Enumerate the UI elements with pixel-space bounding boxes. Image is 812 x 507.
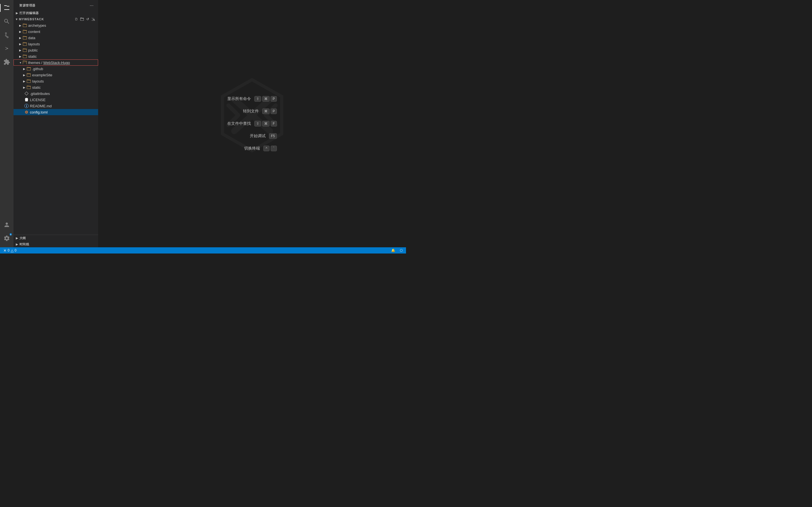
layouts-label: layouts [28,42,40,46]
shortcut-list: 显示所有命令 ⇧ ⌘ P 转到文件 ⌘ P 在文件中查找 ⇧ ⌘ [227,96,277,151]
config-label: config.toml [30,110,48,114]
key-shift: ⇧ [254,96,261,102]
activity-icon-files[interactable] [0,1,13,15]
open-editors-chevron: ▶ [16,11,18,15]
status-notification[interactable]: 🔔 [390,248,396,252]
tree-item-content[interactable]: ▶ content [13,29,98,35]
github-chevron: ▶ [22,66,27,71]
public-folder-icon [22,48,27,52]
goto-file-keys: ⌘ P [262,108,277,114]
warning-icon: △ [11,248,13,252]
sidebar-more-button[interactable]: ··· [89,3,95,9]
find-label: 在文件中查找 [227,121,251,126]
warning-count: 0 [15,248,17,252]
tree-item-readme[interactable]: README.md [13,103,98,109]
timeline-chevron: ▶ [16,243,18,246]
key-f: F [271,121,277,126]
outline-label: 大纲 [19,236,26,240]
new-file-action[interactable]: 🗋 [74,17,79,22]
static2-chevron: ▶ [22,85,27,90]
tree-item-layouts2[interactable]: ▶ layouts [13,78,98,84]
key-p2: P [271,108,277,114]
themes-folder-icon [22,60,27,65]
public-chevron: ▶ [18,48,22,52]
activity-icon-run[interactable] [0,42,13,55]
examplesite-label: exampleSite [32,73,52,77]
themes-chevron: ▾ [18,60,22,65]
sidebar-header: 资源管理器 ··· [13,0,98,10]
timeline-label: 时间线 [19,242,29,246]
activity-icon-account[interactable] [0,218,13,231]
main-content: 显示所有命令 ⇧ ⌘ P 转到文件 ⌘ P 在文件中查找 ⇧ ⌘ [98,0,406,247]
open-editors-section[interactable]: ▶ 打开的编辑器 [13,10,98,16]
shortcut-row-commands: 显示所有命令 ⇧ ⌘ P [227,96,277,102]
key-shift2: ⇧ [254,121,261,126]
sidebar-title: 资源管理器 [19,3,36,8]
data-chevron: ▶ [18,36,22,40]
outline-chevron: ▶ [16,237,18,240]
archetypes-chevron: ▶ [18,23,22,27]
layouts2-chevron: ▶ [22,79,27,83]
error-count: 0 [8,248,10,252]
activity-icon-extensions[interactable] [0,55,13,69]
public-label: public [28,48,38,52]
content-folder-icon [22,29,27,34]
new-folder-action[interactable] [80,17,85,22]
file-tree: ▾ MYWEBSTACK 🗋 ↺ ▶ [13,16,98,235]
activity-icon-source-control[interactable] [0,28,13,42]
key-cmd: ⌘ [262,96,269,102]
project-header[interactable]: ▾ MYWEBSTACK 🗋 ↺ [13,16,98,22]
timeline-section[interactable]: ▶ 时间线 [13,241,98,247]
archetypes-folder-icon [22,23,27,27]
tree-item-config[interactable]: config.toml [13,109,98,115]
open-editors-label: 打开的编辑器 [19,11,39,15]
tree-item-data[interactable]: ▶ data [13,35,98,41]
license-label: LICENSE [30,98,46,102]
data-label: data [28,36,35,40]
outline-section[interactable]: ▶ 大纲 [13,235,98,241]
refresh-action[interactable]: ↺ [85,17,90,22]
error-icon: ✕ [3,248,6,252]
github-folder-icon [27,66,31,71]
tree-item-public[interactable]: ▶ public [13,47,98,53]
archetypes-label: archetypes [28,23,46,27]
sidebar: 资源管理器 ··· ▶ 打开的编辑器 ▾ MYWEBSTACK 🗋 [13,0,98,247]
gitattributes-label: .gitattributes [30,92,50,96]
activity-icon-settings[interactable]: 1 [0,231,13,245]
collapse-action[interactable] [91,17,96,22]
status-errors[interactable]: ✕ 0 △ 0 [2,248,17,252]
find-keys: ⇧ ⌘ F [254,121,277,126]
tree-item-github[interactable]: ▶ .github [13,66,98,72]
layouts-chevron: ▶ [18,42,22,46]
content-chevron: ▶ [18,29,22,34]
layouts2-label: layouts [32,79,44,83]
status-bar-right: 🔔 ⬡ [390,248,404,252]
activity-icon-search[interactable] [0,15,13,28]
tree-item-license[interactable]: LICENSE [13,97,98,103]
tree-item-static[interactable]: ▶ static [13,53,98,59]
key-p: P [271,96,277,102]
terminal-keys: ^ ` [263,146,277,151]
tree-item-archetypes[interactable]: ▶ archetypes [13,22,98,29]
gitattributes-icon [24,91,29,96]
broadcast-icon: ⬡ [400,248,403,252]
key-f5: F5 [269,133,277,139]
debug-keys: F5 [269,133,277,139]
project-actions: 🗋 ↺ [74,17,96,22]
data-folder-icon [22,36,27,40]
config-icon [24,110,29,114]
shortcut-row-find: 在文件中查找 ⇧ ⌘ F [227,121,277,126]
key-cmd2: ⌘ [262,108,269,114]
tree-item-static2[interactable]: ▶ static [13,84,98,91]
goto-file-label: 转到文件 [243,109,259,114]
tree-item-examplesite[interactable]: ▶ exampleSite [13,72,98,78]
status-bar-left: ✕ 0 △ 0 [2,248,17,252]
project-title: ▾ MYWEBSTACK [16,17,44,21]
status-broadcast[interactable]: ⬡ [399,248,404,252]
key-ctrl: ^ [263,146,269,151]
tree-item-themes[interactable]: ▾ themes / WebStack-Hugo [13,59,98,66]
tree-item-layouts[interactable]: ▶ layouts [13,41,98,47]
github-label: .github [32,67,43,71]
static-chevron: ▶ [18,54,22,59]
tree-item-gitattributes[interactable]: .gitattributes [13,91,98,97]
